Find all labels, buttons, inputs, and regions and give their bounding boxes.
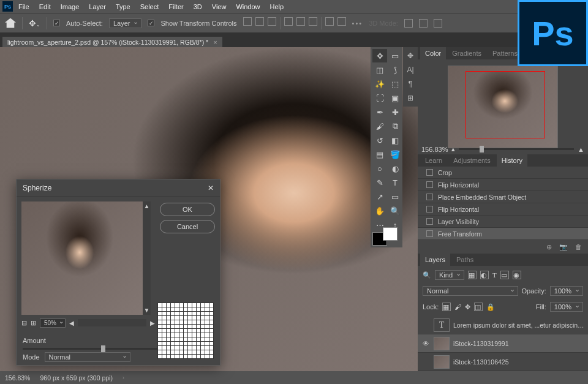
- dialog-titlebar[interactable]: Spherize ✕: [17, 179, 220, 197]
- hand-tool[interactable]: ✋: [372, 204, 387, 217]
- document-tab[interactable]: lightroom_vs_aperture_2.psd @ 157% (iSto…: [2, 37, 222, 48]
- lock-brush-icon[interactable]: 🖌: [454, 303, 461, 311]
- status-caret-icon[interactable]: ›: [123, 375, 124, 381]
- lock-position-icon[interactable]: ✥: [465, 303, 470, 311]
- magic-wand-tool[interactable]: ✨: [372, 77, 387, 91]
- menu-edit[interactable]: Edit: [35, 2, 55, 12]
- shape-tool[interactable]: ▭: [388, 190, 402, 203]
- paragraph-panel-icon[interactable]: ¶: [405, 77, 416, 91]
- path-tool[interactable]: ↗: [372, 190, 387, 203]
- lock-artboard-icon[interactable]: ◫: [474, 303, 483, 311]
- zoom-in-icon[interactable]: ▲: [578, 146, 584, 153]
- preview-scrollbar-v[interactable]: ▲ ▼: [143, 201, 151, 315]
- blend-mode-select[interactable]: Normal: [423, 286, 518, 296]
- move-tool[interactable]: ✥: [372, 49, 387, 62]
- background-color[interactable]: [383, 227, 398, 241]
- filter-shape-icon[interactable]: ▭: [500, 271, 509, 279]
- history-item[interactable]: Place Embedded Smart Object: [418, 191, 588, 203]
- opacity-value[interactable]: 100%: [550, 286, 583, 296]
- app-logo[interactable]: Ps: [2, 1, 13, 12]
- navigator-zoom-slider[interactable]: [459, 148, 574, 150]
- menu-type[interactable]: Type: [111, 2, 135, 12]
- pen-tool[interactable]: ✎: [372, 176, 387, 189]
- history-item[interactable]: Flip Horizontal: [418, 179, 588, 191]
- scroll-down-icon[interactable]: ▼: [144, 307, 150, 314]
- paint-bucket-tool[interactable]: 🪣: [388, 148, 402, 161]
- type-tool[interactable]: T: [388, 176, 402, 189]
- eyedropper-tool[interactable]: ✒: [372, 105, 387, 119]
- close-dialog-icon[interactable]: ✕: [208, 184, 214, 192]
- filter-type-icon[interactable]: T: [492, 271, 497, 279]
- history-item[interactable]: Flip Horizontal: [418, 203, 588, 216]
- visibility-toggle[interactable]: 👁: [421, 340, 430, 347]
- ok-button[interactable]: OK: [160, 203, 215, 216]
- align-top-icon[interactable]: [284, 17, 293, 26]
- menu-help[interactable]: Help: [266, 2, 288, 12]
- align-bottom-icon[interactable]: [309, 17, 317, 26]
- distribute-h-icon[interactable]: [325, 17, 334, 26]
- zoom-out-icon[interactable]: ▴: [451, 145, 455, 153]
- blur-tool[interactable]: ○: [372, 162, 387, 175]
- eraser-tool[interactable]: ◧: [388, 134, 402, 147]
- menu-filter[interactable]: Filter: [164, 2, 187, 12]
- frame-tool[interactable]: ▣: [388, 91, 402, 105]
- layer-item[interactable]: T Lorem ipsum dolor sit amet, ...etur ad…: [418, 316, 588, 334]
- healing-tool[interactable]: ✚: [388, 105, 402, 119]
- scroll-up-icon[interactable]: ▲: [144, 203, 150, 209]
- preview-zoom-select[interactable]: 50%: [40, 318, 66, 328]
- brush-tool[interactable]: 🖌: [372, 119, 387, 133]
- zoom-tool[interactable]: 🔍: [388, 204, 402, 217]
- scroll-left-icon[interactable]: ◀: [69, 320, 74, 326]
- more-options-icon[interactable]: •••: [352, 20, 363, 27]
- tab-learn[interactable]: Learn: [420, 154, 447, 167]
- character-panel-icon[interactable]: A|: [405, 63, 416, 77]
- zoom-in-button[interactable]: ⊞: [31, 319, 36, 327]
- dialog-preview[interactable]: [21, 201, 143, 315]
- tab-history[interactable]: History: [497, 154, 527, 167]
- history-brush-tool[interactable]: ↺: [372, 134, 387, 147]
- gradient-tool[interactable]: ▤: [372, 148, 387, 161]
- filter-adjust-icon[interactable]: ◐: [480, 271, 489, 279]
- tab-adjustments[interactable]: Adjustments: [448, 154, 496, 167]
- menu-image[interactable]: Image: [56, 2, 84, 12]
- history-item[interactable]: Layer Visibility: [418, 216, 588, 228]
- align-right-icon[interactable]: [268, 17, 276, 26]
- search-icon[interactable]: 🔍: [423, 271, 431, 279]
- cancel-button[interactable]: Cancel: [160, 220, 215, 233]
- navigator-viewport-box[interactable]: [466, 71, 545, 138]
- layer-filter-kind[interactable]: Kind: [435, 270, 464, 280]
- distribute-v-icon[interactable]: [337, 17, 346, 26]
- new-document-icon[interactable]: ⊕: [546, 243, 552, 251]
- close-tab-icon[interactable]: ×: [213, 39, 217, 46]
- move-tool-icon[interactable]: ✥⌄: [29, 18, 40, 28]
- fill-value[interactable]: 100%: [550, 302, 583, 312]
- navigator-preview[interactable]: [448, 66, 558, 148]
- tab-color[interactable]: Color: [420, 47, 446, 59]
- lasso-tool[interactable]: ⟆: [388, 63, 402, 77]
- history-item[interactable]: Free Transform: [418, 228, 588, 240]
- artboard-tool[interactable]: ▭: [388, 49, 402, 62]
- menu-layer[interactable]: Layer: [85, 2, 110, 12]
- clone-tool[interactable]: ⧉: [388, 119, 402, 133]
- tab-paths[interactable]: Paths: [451, 254, 478, 266]
- zoom-out-button[interactable]: ⊟: [21, 319, 27, 327]
- status-zoom[interactable]: 156.83%: [5, 374, 30, 382]
- align-middle-icon[interactable]: [296, 17, 305, 26]
- delete-history-icon[interactable]: 🗑: [575, 243, 582, 250]
- tab-gradients[interactable]: Gradients: [447, 47, 486, 59]
- lock-pixels-icon[interactable]: ▦: [442, 303, 451, 311]
- auto-select-target[interactable]: Layer: [109, 18, 142, 28]
- menu-window[interactable]: Window: [232, 2, 264, 12]
- filter-pixel-icon[interactable]: ▦: [468, 271, 477, 279]
- glyphs-panel-icon[interactable]: ⊞: [405, 91, 416, 105]
- menu-select[interactable]: Select: [136, 2, 164, 12]
- history-item[interactable]: Crop: [418, 167, 588, 179]
- lock-all-icon[interactable]: 🔒: [486, 303, 495, 311]
- mode-select[interactable]: Normal: [45, 352, 130, 362]
- align-left-icon[interactable]: [243, 17, 252, 26]
- auto-select-checkbox[interactable]: [53, 20, 60, 26]
- menu-file[interactable]: File: [14, 2, 34, 12]
- scroll-right-icon[interactable]: ▶: [150, 320, 155, 326]
- preview-scrollbar-h[interactable]: [78, 319, 146, 326]
- dodge-tool[interactable]: ◐: [388, 162, 402, 175]
